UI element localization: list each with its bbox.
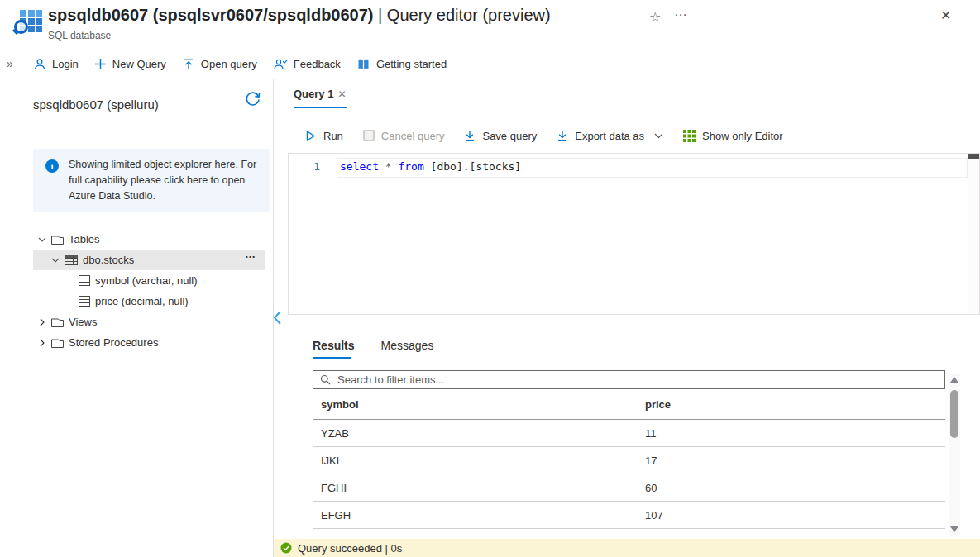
green-grid-icon (683, 130, 696, 142)
success-check-icon (280, 542, 292, 554)
info-icon: i (45, 159, 59, 173)
results-header-row: symbol price (313, 390, 945, 420)
tree-node-price-column[interactable]: price (decimal, null) (0, 291, 273, 312)
new-query-label: New Query (112, 58, 166, 70)
feedback-button[interactable]: Feedback (273, 58, 341, 71)
table-row[interactable]: IJKL 17 (313, 447, 945, 474)
tab-messages[interactable]: Messages (381, 339, 434, 352)
cell-price: 17 (645, 455, 657, 467)
save-query-button[interactable]: Save query (464, 130, 537, 142)
cell-symbol: IJKL (321, 455, 342, 467)
collapse-panel-icon[interactable] (273, 310, 283, 326)
column-header-price: price (645, 398, 671, 411)
more-options-icon[interactable]: … (674, 4, 687, 19)
table-row[interactable]: QRST 92 (313, 529, 945, 539)
code-line[interactable]: select * from [dbo].[stocks] (340, 160, 521, 173)
magnifier-icon (14, 20, 28, 34)
getting-started-button[interactable]: Getting started (356, 58, 447, 71)
chevron-down-icon (38, 236, 47, 244)
column-header-symbol: symbol (321, 398, 359, 411)
sql-code-editor[interactable]: 1 select * from [dbo].[stocks] (288, 153, 980, 315)
page-header: spsqldb0607 (spsqlsvr0607/spsqldb0607) |… (0, 0, 980, 50)
expand-menu-icon[interactable]: » (7, 57, 13, 70)
table-row[interactable]: FGHI 60 (313, 474, 945, 502)
results-tabs: Results Messages (313, 339, 433, 352)
run-button[interactable]: Run (304, 130, 343, 142)
close-blade-icon[interactable]: ✕ (940, 7, 951, 23)
command-bar: » Login New Query Open query Feedback Ge… (0, 50, 980, 80)
tree-node-views[interactable]: Views (0, 312, 273, 332)
results-filter-searchbox[interactable] (313, 370, 945, 389)
search-icon (320, 374, 331, 385)
tree-node-symbol-column[interactable]: symbol (varchar, null) (0, 270, 273, 291)
open-query-button[interactable]: Open query (182, 58, 257, 71)
stop-square-icon (363, 130, 375, 141)
cell-symbol: YZAB (321, 427, 349, 440)
sql-operator: * (379, 160, 398, 173)
cancel-query-label: Cancel query (381, 130, 445, 142)
folder-icon (51, 235, 64, 245)
folder-icon (51, 317, 64, 327)
refresh-icon[interactable] (243, 89, 262, 108)
cell-symbol: FGHI (321, 482, 347, 494)
table-row[interactable]: YZAB 11 (313, 420, 945, 447)
scroll-down-icon[interactable] (950, 526, 958, 532)
sql-keyword: from (398, 160, 423, 173)
column-icon (79, 275, 90, 286)
results-scrollbar[interactable] (949, 374, 960, 536)
status-text: Query succeeded | 0s (298, 542, 402, 555)
chevron-right-icon (38, 339, 47, 347)
tree-more-options-icon[interactable]: … (245, 248, 256, 260)
tab-query-1[interactable]: Query 1 ✕ (294, 88, 346, 100)
search-input[interactable] (336, 373, 944, 387)
sql-database-icon (17, 9, 43, 36)
table-icon (65, 255, 78, 265)
scroll-up-icon[interactable] (950, 377, 958, 383)
resource-name: spsqldb0607 (spsqlsvr0607/spsqldb0607) (48, 6, 374, 24)
chevron-down-icon (51, 256, 60, 264)
active-results-tab-underline (313, 357, 351, 359)
table-row[interactable]: EFGH 107 (313, 502, 945, 529)
cell-price: 11 (645, 427, 657, 440)
info-banner-text[interactable]: Showing limited object explorer here. Fo… (69, 157, 257, 204)
getting-started-label: Getting started (376, 58, 447, 70)
tree-node-tables[interactable]: Tables (0, 229, 273, 250)
show-only-editor-button[interactable]: Show only Editor (683, 130, 783, 142)
query-tab-label: Query 1 (294, 88, 333, 100)
tab-results[interactable]: Results (313, 339, 355, 352)
login-button[interactable]: Login (33, 58, 79, 71)
editor-scrollbar[interactable] (968, 154, 979, 314)
show-only-editor-label: Show only Editor (702, 130, 783, 142)
active-tab-underline (294, 107, 347, 108)
results-grid: symbol price YZAB 11 IJKL 17 FGHI 60 EFG… (313, 390, 945, 539)
download-arrow-icon (464, 130, 476, 142)
query-editor-main: Query 1 ✕ Run Cancel query Save query Ex… (274, 79, 980, 557)
cell-price: 60 (645, 482, 657, 494)
save-query-label: Save query (482, 130, 537, 142)
book-icon (356, 58, 370, 71)
results-scrollbar-thumb[interactable] (950, 390, 958, 438)
folder-icon (51, 338, 64, 348)
export-data-button[interactable]: Export data as (557, 130, 663, 142)
upload-arrow-icon (182, 58, 195, 71)
sql-keyword: select (340, 160, 379, 173)
object-explorer-panel: spsqldb0607 (spelluru) i Showing limited… (0, 79, 274, 557)
chevron-down-icon (654, 133, 663, 139)
tree-label-symbol: symbol (varchar, null) (95, 274, 198, 287)
database-name-label: spsqldb0607 (spelluru) (33, 98, 159, 112)
close-tab-icon[interactable]: ✕ (337, 88, 346, 100)
download-arrow-icon (557, 130, 568, 142)
favorite-star-icon[interactable]: ☆ (649, 9, 661, 25)
tree-node-dbo-stocks[interactable]: dbo.stocks … (33, 250, 265, 270)
editor-scrollbar-thumb[interactable] (968, 154, 979, 159)
cancel-query-button[interactable]: Cancel query (363, 130, 445, 142)
resource-type-label: SQL database (48, 30, 111, 41)
plus-icon (94, 58, 107, 70)
tree-label-views: Views (69, 316, 97, 328)
run-label: Run (323, 130, 343, 142)
new-query-button[interactable]: New Query (94, 58, 166, 70)
export-data-label: Export data as (575, 130, 644, 142)
tree-label-tables: Tables (69, 233, 100, 245)
tree-node-stored-procedures[interactable]: Stored Procedures (0, 332, 273, 353)
line-number: 1 (289, 160, 320, 173)
